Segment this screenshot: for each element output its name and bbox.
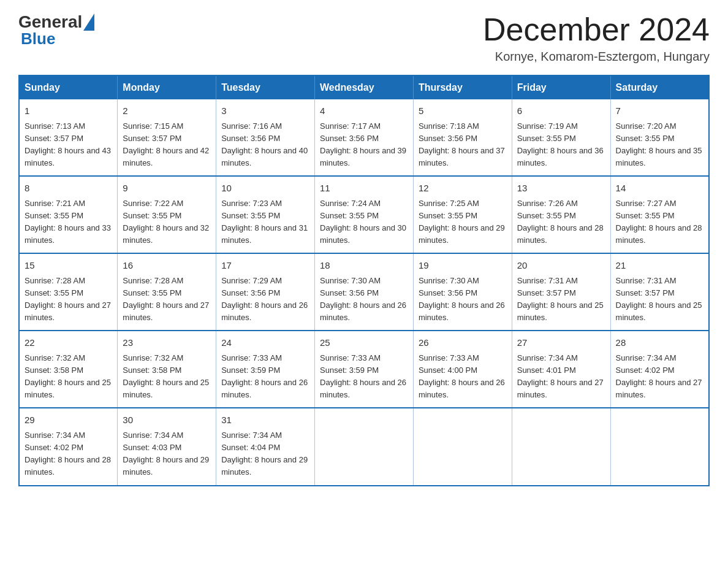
day-info: Sunrise: 7:21 AMSunset: 3:55 PMDaylight:… <box>25 199 111 245</box>
day-info: Sunrise: 7:30 AMSunset: 3:56 PMDaylight:… <box>320 276 406 322</box>
calendar-cell: 17Sunrise: 7:29 AMSunset: 3:56 PMDayligh… <box>216 253 315 331</box>
calendar-cell: 27Sunrise: 7:34 AMSunset: 4:01 PMDayligh… <box>512 331 610 408</box>
day-info: Sunrise: 7:30 AMSunset: 3:56 PMDaylight:… <box>419 276 505 322</box>
calendar-cell: 7Sunrise: 7:20 AMSunset: 3:55 PMDaylight… <box>610 99 709 176</box>
day-info: Sunrise: 7:15 AMSunset: 3:57 PMDaylight:… <box>123 121 209 167</box>
calendar-cell: 30Sunrise: 7:34 AMSunset: 4:03 PMDayligh… <box>118 408 216 485</box>
day-number: 21 <box>616 259 703 273</box>
day-number: 13 <box>517 182 605 196</box>
day-number: 8 <box>25 182 112 196</box>
calendar-cell <box>610 408 709 485</box>
calendar-cell: 2Sunrise: 7:15 AMSunset: 3:57 PMDaylight… <box>118 99 216 176</box>
location-title: Kornye, Komarom-Esztergom, Hungary <box>483 50 710 64</box>
calendar-cell: 23Sunrise: 7:32 AMSunset: 3:58 PMDayligh… <box>118 331 216 408</box>
day-number: 17 <box>221 259 309 273</box>
day-number: 18 <box>320 259 408 273</box>
calendar-cell: 28Sunrise: 7:34 AMSunset: 4:02 PMDayligh… <box>610 331 709 408</box>
day-info: Sunrise: 7:17 AMSunset: 3:56 PMDaylight:… <box>320 121 406 167</box>
day-info: Sunrise: 7:34 AMSunset: 4:01 PMDaylight:… <box>517 353 604 399</box>
day-info: Sunrise: 7:31 AMSunset: 3:57 PMDaylight:… <box>517 276 604 322</box>
calendar-cell: 19Sunrise: 7:30 AMSunset: 3:56 PMDayligh… <box>413 253 512 331</box>
day-info: Sunrise: 7:18 AMSunset: 3:56 PMDaylight:… <box>419 121 505 167</box>
logo-arrow-icon <box>83 13 94 31</box>
calendar-week-row: 29Sunrise: 7:34 AMSunset: 4:02 PMDayligh… <box>19 408 709 485</box>
day-info: Sunrise: 7:31 AMSunset: 3:57 PMDaylight:… <box>616 276 702 322</box>
day-info: Sunrise: 7:29 AMSunset: 3:56 PMDaylight:… <box>221 276 308 322</box>
calendar-cell: 14Sunrise: 7:27 AMSunset: 3:55 PMDayligh… <box>610 176 709 253</box>
weekday-header-wednesday: Wednesday <box>315 75 414 99</box>
day-info: Sunrise: 7:28 AMSunset: 3:55 PMDaylight:… <box>123 276 209 322</box>
calendar-cell <box>413 408 512 485</box>
day-info: Sunrise: 7:34 AMSunset: 4:03 PMDaylight:… <box>123 431 209 477</box>
day-info: Sunrise: 7:24 AMSunset: 3:55 PMDaylight:… <box>320 199 406 245</box>
day-info: Sunrise: 7:32 AMSunset: 3:58 PMDaylight:… <box>25 353 111 399</box>
day-number: 27 <box>517 336 605 350</box>
calendar-cell: 20Sunrise: 7:31 AMSunset: 3:57 PMDayligh… <box>512 253 610 331</box>
day-number: 31 <box>221 413 309 427</box>
calendar-cell: 26Sunrise: 7:33 AMSunset: 4:00 PMDayligh… <box>413 331 512 408</box>
day-number: 29 <box>25 413 112 427</box>
calendar-cell: 11Sunrise: 7:24 AMSunset: 3:55 PMDayligh… <box>315 176 414 253</box>
calendar-cell <box>315 408 414 485</box>
day-number: 12 <box>419 182 507 196</box>
day-info: Sunrise: 7:19 AMSunset: 3:55 PMDaylight:… <box>517 121 604 167</box>
title-block: December 2024 Kornye, Komarom-Esztergom,… <box>483 12 710 64</box>
calendar-cell: 22Sunrise: 7:32 AMSunset: 3:58 PMDayligh… <box>19 331 118 408</box>
calendar-cell: 29Sunrise: 7:34 AMSunset: 4:02 PMDayligh… <box>19 408 118 485</box>
day-info: Sunrise: 7:34 AMSunset: 4:02 PMDaylight:… <box>25 431 111 477</box>
day-info: Sunrise: 7:34 AMSunset: 4:02 PMDaylight:… <box>616 353 702 399</box>
day-info: Sunrise: 7:34 AMSunset: 4:04 PMDaylight:… <box>221 431 308 477</box>
day-info: Sunrise: 7:28 AMSunset: 3:55 PMDaylight:… <box>25 276 111 322</box>
day-number: 28 <box>616 336 703 350</box>
calendar-cell: 6Sunrise: 7:19 AMSunset: 3:55 PMDaylight… <box>512 99 610 176</box>
logo-blue: Blue <box>21 29 55 48</box>
calendar-cell: 25Sunrise: 7:33 AMSunset: 3:59 PMDayligh… <box>315 331 414 408</box>
calendar-week-row: 8Sunrise: 7:21 AMSunset: 3:55 PMDaylight… <box>19 176 709 253</box>
day-info: Sunrise: 7:20 AMSunset: 3:55 PMDaylight:… <box>616 121 702 167</box>
logo: General Blue <box>18 12 95 48</box>
calendar-cell: 10Sunrise: 7:23 AMSunset: 3:55 PMDayligh… <box>216 176 315 253</box>
day-number: 19 <box>419 259 507 273</box>
calendar-week-row: 15Sunrise: 7:28 AMSunset: 3:55 PMDayligh… <box>19 253 709 331</box>
day-info: Sunrise: 7:26 AMSunset: 3:55 PMDaylight:… <box>517 199 604 245</box>
weekday-header-monday: Monday <box>118 75 216 99</box>
calendar-cell: 24Sunrise: 7:33 AMSunset: 3:59 PMDayligh… <box>216 331 315 408</box>
day-number: 6 <box>517 104 605 118</box>
calendar-cell: 31Sunrise: 7:34 AMSunset: 4:04 PMDayligh… <box>216 408 315 485</box>
page-header: General Blue December 2024 Kornye, Komar… <box>18 12 710 64</box>
day-info: Sunrise: 7:33 AMSunset: 3:59 PMDaylight:… <box>320 353 406 399</box>
day-number: 30 <box>123 413 211 427</box>
calendar-cell: 15Sunrise: 7:28 AMSunset: 3:55 PMDayligh… <box>19 253 118 331</box>
weekday-header-friday: Friday <box>512 75 610 99</box>
calendar-week-row: 1Sunrise: 7:13 AMSunset: 3:57 PMDaylight… <box>19 99 709 176</box>
calendar-header-row: SundayMondayTuesdayWednesdayThursdayFrid… <box>19 75 709 99</box>
day-number: 1 <box>25 104 112 118</box>
day-info: Sunrise: 7:33 AMSunset: 3:59 PMDaylight:… <box>221 353 308 399</box>
day-info: Sunrise: 7:32 AMSunset: 3:58 PMDaylight:… <box>123 353 209 399</box>
weekday-header-thursday: Thursday <box>413 75 512 99</box>
day-info: Sunrise: 7:25 AMSunset: 3:55 PMDaylight:… <box>419 199 505 245</box>
day-info: Sunrise: 7:33 AMSunset: 4:00 PMDaylight:… <box>419 353 505 399</box>
calendar-cell: 4Sunrise: 7:17 AMSunset: 3:56 PMDaylight… <box>315 99 414 176</box>
day-number: 2 <box>123 104 211 118</box>
calendar-cell: 3Sunrise: 7:16 AMSunset: 3:56 PMDaylight… <box>216 99 315 176</box>
weekday-header-sunday: Sunday <box>19 75 118 99</box>
day-number: 22 <box>25 336 112 350</box>
day-number: 7 <box>616 104 703 118</box>
day-number: 5 <box>419 104 507 118</box>
day-info: Sunrise: 7:16 AMSunset: 3:56 PMDaylight:… <box>221 121 308 167</box>
day-number: 11 <box>320 182 408 196</box>
weekday-header-saturday: Saturday <box>610 75 709 99</box>
day-number: 23 <box>123 336 211 350</box>
calendar-cell: 13Sunrise: 7:26 AMSunset: 3:55 PMDayligh… <box>512 176 610 253</box>
day-number: 26 <box>419 336 507 350</box>
day-info: Sunrise: 7:22 AMSunset: 3:55 PMDaylight:… <box>123 199 209 245</box>
month-title: December 2024 <box>483 12 710 47</box>
calendar-cell: 12Sunrise: 7:25 AMSunset: 3:55 PMDayligh… <box>413 176 512 253</box>
day-number: 3 <box>221 104 309 118</box>
calendar-cell: 18Sunrise: 7:30 AMSunset: 3:56 PMDayligh… <box>315 253 414 331</box>
calendar-cell: 5Sunrise: 7:18 AMSunset: 3:56 PMDaylight… <box>413 99 512 176</box>
day-number: 24 <box>221 336 309 350</box>
day-info: Sunrise: 7:27 AMSunset: 3:55 PMDaylight:… <box>616 199 702 245</box>
calendar-cell: 16Sunrise: 7:28 AMSunset: 3:55 PMDayligh… <box>118 253 216 331</box>
